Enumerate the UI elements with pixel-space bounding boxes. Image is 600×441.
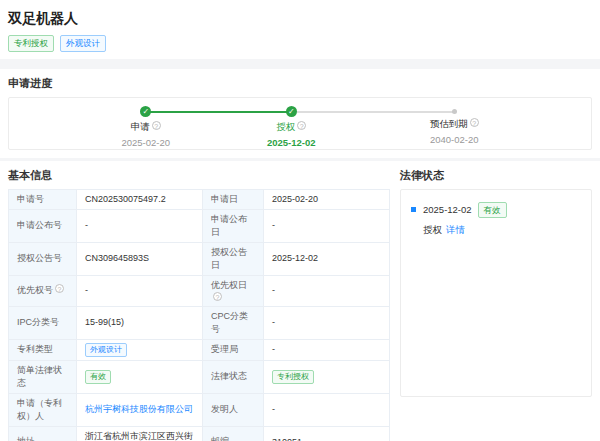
legal-event-label: 授权 xyxy=(423,224,442,235)
field-label: CPC分类号 xyxy=(203,306,264,339)
table-row: 申请（专利权）人杭州宇树科技股份有限公司发明人- xyxy=(9,393,390,426)
field-value: 310051 xyxy=(263,426,389,441)
help-icon[interactable]: ? xyxy=(213,292,222,301)
field-value: 杭州宇树科技股份有限公司 xyxy=(77,393,203,426)
basic-info-title: 基本信息 xyxy=(8,168,390,183)
field-value: 浙江省杭州市滨江区西兴街道东流路88号1幢306室 xyxy=(77,426,203,441)
table-row: 地址浙江省杭州市滨江区西兴街道东流路88号1幢306室邮编310051 xyxy=(9,426,390,441)
field-value: - xyxy=(263,393,389,426)
field-label: 优先权日? xyxy=(203,275,264,306)
table-row: 授权公告号CN309645893S授权公告日2025-12-02 xyxy=(9,242,390,275)
check-circle-icon: ✓ xyxy=(140,106,151,117)
progress-section: 申请进度 ✓申请?2025-02-20✓授权?2025-12-02预估到期?20… xyxy=(0,69,600,158)
header-section: 双足机器人 专利授权外观设计 xyxy=(0,0,600,59)
type-tag: 外观设计 xyxy=(85,343,127,357)
detail-link[interactable]: 详情 xyxy=(446,224,465,235)
progress-section-title: 申请进度 xyxy=(8,76,592,91)
field-value: CN309645893S xyxy=(77,242,203,275)
timeline-step: 预估到期?2040-02-20 xyxy=(399,106,509,145)
field-label: 法律状态 xyxy=(203,360,264,393)
legal-status-title: 法律状态 xyxy=(400,168,592,183)
title-tags: 专利授权外观设计 xyxy=(8,35,592,52)
field-value: - xyxy=(263,306,389,339)
field-value: 2025-12-02 xyxy=(263,242,389,275)
timeline-step-date: 2025-12-02 xyxy=(236,137,346,148)
field-label: 申请公布日 xyxy=(203,209,264,242)
field-value: - xyxy=(263,339,389,360)
bullet-icon xyxy=(411,207,416,212)
basic-info-table: 申请号CN202530075497.2申请日2025-02-20申请公布号-申请… xyxy=(8,189,390,441)
title-tag-green: 专利授权 xyxy=(8,35,54,52)
field-label: 申请（专利权）人 xyxy=(9,393,77,426)
timeline-step-date: 2025-02-20 xyxy=(91,137,201,148)
help-icon[interactable]: ? xyxy=(152,121,161,130)
legal-status-event: 授权详情 xyxy=(411,224,581,237)
field-value: - xyxy=(77,275,203,306)
pending-dot-icon xyxy=(452,109,457,114)
patent-detail-page: 双足机器人 专利授权外观设计 申请进度 ✓申请?2025-02-20✓授权?20… xyxy=(0,0,600,441)
status-tag: 有效 xyxy=(85,370,111,384)
title-tag-blue: 外观设计 xyxy=(60,35,106,52)
field-label: 授权公告日 xyxy=(203,242,264,275)
help-icon[interactable]: ? xyxy=(55,284,64,293)
field-label: IPC分类号 xyxy=(9,306,77,339)
field-label: 发明人 xyxy=(203,393,264,426)
field-value: 15-99(15) xyxy=(77,306,203,339)
field-label: 地址 xyxy=(9,426,77,441)
table-row: 优先权号?-优先权日?- xyxy=(9,275,390,306)
timeline-step: ✓授权?2025-12-02 xyxy=(236,106,346,148)
help-icon[interactable]: ? xyxy=(297,121,306,130)
page-title: 双足机器人 xyxy=(8,10,592,28)
legal-status-item: 2025-12-02有效 xyxy=(411,202,581,219)
help-icon[interactable]: ? xyxy=(470,118,479,127)
field-label: 申请公布号 xyxy=(9,209,77,242)
field-value: 专利授权 xyxy=(263,360,389,393)
field-label: 申请号 xyxy=(9,189,77,209)
field-label: 专利类型 xyxy=(9,339,77,360)
field-value: - xyxy=(77,209,203,242)
timeline-step: ✓申请?2025-02-20 xyxy=(91,106,201,148)
legal-status-tag: 有效 xyxy=(478,202,507,219)
legal-status-panel: 法律状态 2025-12-02有效授权详情 xyxy=(400,168,592,397)
field-label: 邮编 xyxy=(203,426,264,441)
timeline-step-date: 2040-02-20 xyxy=(399,134,509,145)
check-circle-icon: ✓ xyxy=(286,106,297,117)
field-value: - xyxy=(263,209,389,242)
timeline-step-label: 申请? xyxy=(91,121,201,134)
table-row: 申请公布号-申请公布日- xyxy=(9,209,390,242)
field-label: 申请日 xyxy=(203,189,264,209)
table-row: 简单法律状态有效法律状态专利授权 xyxy=(9,360,390,393)
table-row: 专利类型外观设计受理局- xyxy=(9,339,390,360)
field-label: 简单法律状态 xyxy=(9,360,77,393)
basic-info-panel: 基本信息 申请号CN202530075497.2申请日2025-02-20申请公… xyxy=(8,168,390,441)
legal-status-date: 2025-12-02 xyxy=(423,204,472,215)
field-label: 优先权号? xyxy=(9,275,77,306)
applicant-link[interactable]: 杭州宇树科技股份有限公司 xyxy=(85,404,193,414)
field-value: - xyxy=(263,275,389,306)
timeline-step-label: 预估到期? xyxy=(399,118,509,131)
legal-status-box: 2025-12-02有效授权详情 xyxy=(400,189,592,397)
field-value: 有效 xyxy=(77,360,203,393)
field-label: 受理局 xyxy=(203,339,264,360)
progress-timeline: ✓申请?2025-02-20✓授权?2025-12-02预估到期?2040-02… xyxy=(8,97,592,150)
field-value: 2025-02-20 xyxy=(263,189,389,209)
table-row: 申请号CN202530075497.2申请日2025-02-20 xyxy=(9,189,390,209)
main-section: 基本信息 申请号CN202530075497.2申请日2025-02-20申请公… xyxy=(0,161,600,441)
status-tag: 专利授权 xyxy=(272,370,314,384)
field-label: 授权公告号 xyxy=(9,242,77,275)
table-row: IPC分类号15-99(15)CPC分类号- xyxy=(9,306,390,339)
field-value: 外观设计 xyxy=(77,339,203,360)
field-value: CN202530075497.2 xyxy=(77,189,203,209)
timeline-step-label: 授权? xyxy=(236,121,346,134)
